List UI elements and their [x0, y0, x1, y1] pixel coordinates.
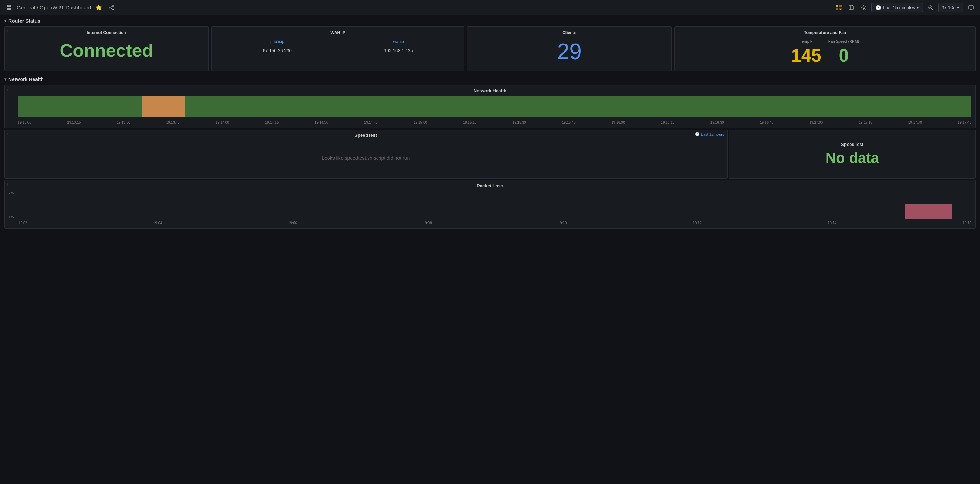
add-panel-icon[interactable]: [834, 3, 844, 13]
wanip-header: wanip: [338, 38, 460, 46]
svg-point-16: [863, 6, 865, 8]
nh-bar-green-2: [185, 96, 971, 117]
pl-y-labels: 2% 1%: [9, 191, 18, 219]
time-range-label: Last 15 minutes: [883, 5, 915, 10]
svg-rect-1: [10, 5, 11, 7]
section-label: Router Status: [8, 18, 40, 24]
temp-fan-title: Temperature and Fan: [679, 30, 970, 35]
router-status-section[interactable]: ▾ Router Status: [0, 15, 980, 25]
nh-bar-orange: [142, 96, 184, 117]
speedtest-info-icon[interactable]: i: [7, 132, 8, 136]
chevron-down-icon-2: ▾: [957, 5, 959, 10]
speedtest-right-panel: SpeedTest No data: [729, 129, 976, 179]
share-icon[interactable]: [107, 3, 116, 13]
general-label: General: [17, 5, 35, 10]
chevron-down-icon: ▾: [917, 5, 919, 10]
no-data-value: No data: [826, 150, 879, 166]
settings-icon[interactable]: [859, 3, 869, 13]
clients-title: Clients: [472, 30, 666, 35]
svg-rect-2: [6, 8, 9, 10]
svg-rect-15: [850, 6, 853, 10]
refresh-button[interactable]: ↻ 10s ▾: [938, 3, 963, 12]
refresh-label: 10s: [948, 5, 955, 10]
chevron-icon-2: ▾: [4, 77, 6, 82]
temp-label: Temp F: [791, 39, 821, 43]
star-icon[interactable]: ⭐: [94, 3, 103, 13]
packet-loss-panel: i Packet Loss 2% 1% 19:02 19:04 19:06 19…: [4, 180, 976, 229]
clock-icon: 🕐: [875, 5, 881, 10]
publicip-header: publicip: [216, 38, 338, 46]
speedtest-right-title: SpeedTest: [841, 142, 864, 147]
nh-timeline: 19:13:00 19:13:15 19:13:30 19:13:45 19:1…: [9, 120, 971, 125]
speedtest-left-panel: i SpeedTest 🕐 Last 12 hours Looks like s…: [4, 129, 727, 179]
temp-col: Temp F 145: [791, 39, 821, 66]
topbar-right: 🕐 Last 15 minutes ▾ ↻ 10s ▾: [834, 3, 976, 13]
svg-rect-10: [839, 5, 842, 7]
publicip-value: 67.150.26.230: [216, 46, 338, 56]
internet-connection-title: Internet Connection: [10, 30, 204, 35]
temp-value: 145: [791, 45, 821, 66]
dashboard-label: OpenWRT-Dashboard: [40, 5, 91, 10]
svg-line-18: [932, 8, 933, 10]
clock-icon-2: 🕐: [695, 132, 700, 136]
grid-icon[interactable]: [4, 3, 14, 13]
svg-rect-0: [6, 5, 9, 7]
wan-table: publicip wanip 67.150.26.230 192.168.1.1…: [216, 38, 459, 55]
speedtest-empty-message: Looks like speedtest.sh script did not r…: [9, 141, 723, 176]
topbar: General / OpenWRT-Dashboard ⭐: [0, 0, 980, 15]
network-health-label: Network Health: [8, 77, 44, 82]
svg-line-8: [110, 8, 112, 9]
clients-card: Clients 29: [467, 26, 671, 71]
speedtest-time-label: Last 12 hours: [701, 132, 724, 136]
breadcrumb: General / OpenWRT-Dashboard: [17, 5, 91, 10]
info-icon[interactable]: i: [7, 29, 8, 33]
time-range-button[interactable]: 🕐 Last 15 minutes ▾: [872, 3, 923, 12]
svg-point-5: [109, 7, 110, 8]
svg-point-4: [113, 5, 114, 6]
wanip-value: 192.168.1.135: [338, 46, 460, 56]
speedtest-row: i SpeedTest 🕐 Last 12 hours Looks like s…: [4, 129, 976, 179]
internet-connection-value: Connected: [10, 38, 204, 63]
copy-icon[interactable]: [846, 3, 856, 13]
refresh-icon: ↻: [942, 5, 946, 10]
svg-rect-11: [836, 8, 838, 10]
nh-bar-green-1: [18, 96, 142, 117]
internet-connection-card: i Internet Connection Connected: [4, 26, 208, 71]
speedtest-time-link[interactable]: 🕐 Last 12 hours: [695, 132, 724, 136]
fan-label: Fan Speed (RPM): [828, 39, 859, 43]
wan-ip-title: WAN IP: [216, 30, 459, 35]
svg-line-7: [110, 6, 112, 7]
svg-rect-9: [836, 5, 838, 7]
clients-value: 29: [472, 38, 666, 65]
svg-rect-3: [10, 8, 11, 10]
pl-timeline: 19:02 19:04 19:06 19:08 19:10 19:12 19:1…: [9, 220, 971, 226]
network-health-section[interactable]: ▾ Network Health: [0, 74, 980, 83]
fan-col: Fan Speed (RPM) 0: [828, 39, 859, 66]
speedtest-left-title: SpeedTest: [9, 133, 723, 138]
temp-fan-row: Temp F 145 Fan Speed (RPM) 0: [679, 38, 970, 67]
screen-icon[interactable]: [966, 3, 976, 13]
pl-y-2pct: 2%: [9, 191, 18, 195]
nh-chart: [18, 96, 971, 117]
pl-info-icon[interactable]: i: [7, 182, 8, 187]
pl-panel-title: Packet Loss: [9, 183, 971, 188]
pl-chart: 2% 1%: [9, 191, 971, 219]
nh-dot: ·: [9, 105, 16, 109]
nh-info-icon[interactable]: i: [7, 88, 8, 91]
breadcrumb-sep: /: [37, 5, 40, 10]
wan-info-icon[interactable]: i: [215, 29, 215, 33]
nh-panel-title: Network Health: [9, 88, 971, 93]
svg-point-6: [113, 9, 114, 10]
network-health-panel: i Network Health · 19:13:00 19:13:15 19:…: [4, 85, 976, 128]
topbar-left: General / OpenWRT-Dashboard ⭐: [4, 3, 116, 13]
svg-rect-20: [969, 6, 974, 9]
nh-chart-row: ·: [9, 96, 971, 118]
pl-y-1pct: 1%: [9, 215, 18, 219]
pl-chart-area: [18, 191, 971, 219]
fan-value: 0: [828, 45, 859, 66]
temp-fan-card: Temperature and Fan Temp F 145 Fan Speed…: [674, 26, 976, 71]
zoom-out-icon[interactable]: [926, 3, 935, 13]
chevron-icon: ▾: [4, 18, 6, 23]
cards-row: i Internet Connection Connected i WAN IP…: [0, 25, 980, 74]
pl-bar-1: [905, 204, 952, 219]
